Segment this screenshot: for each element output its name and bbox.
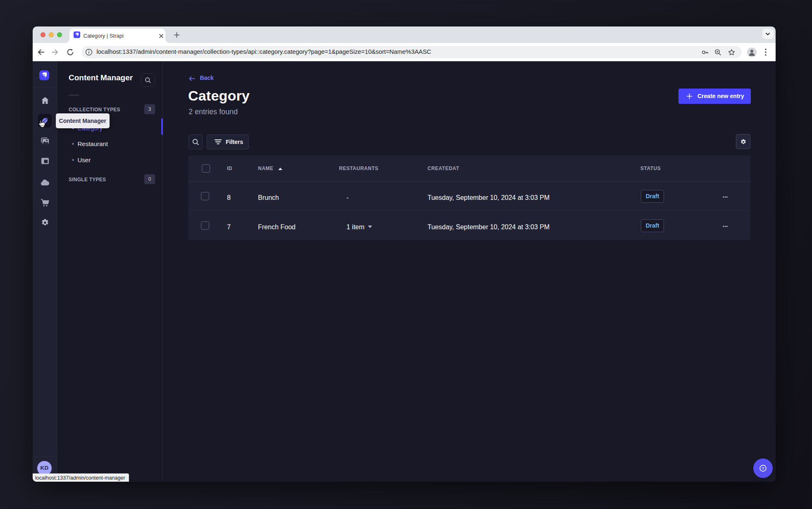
svg-text:?: ? [762,466,764,471]
